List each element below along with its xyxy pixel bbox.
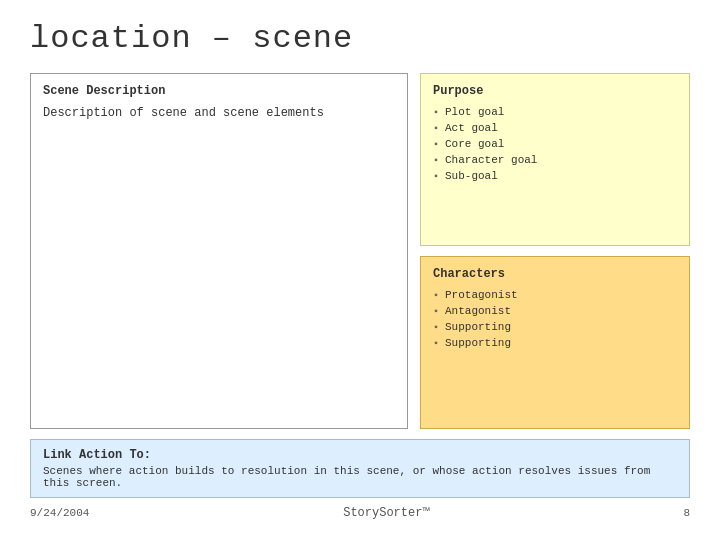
characters-list: ▪ Protagonist ▪ Antagonist ▪ Supporting … <box>433 289 677 349</box>
bullet-icon: ▪ <box>433 107 439 118</box>
page: location – scene Scene Description Descr… <box>0 0 720 540</box>
purpose-item-5: Sub-goal <box>445 170 498 182</box>
character-item-1: Protagonist <box>445 289 518 301</box>
footer: 9/24/2004 StorySorter™ 8 <box>30 506 690 520</box>
characters-box: Characters ▪ Protagonist ▪ Antagonist ▪ … <box>420 256 690 429</box>
list-item: ▪ Plot goal <box>433 106 677 118</box>
footer-date: 9/24/2004 <box>30 507 89 519</box>
list-item: ▪ Antagonist <box>433 305 677 317</box>
list-item: ▪ Supporting <box>433 321 677 333</box>
list-item: ▪ Act goal <box>433 122 677 134</box>
list-item: ▪ Sub-goal <box>433 170 677 182</box>
purpose-box: Purpose ▪ Plot goal ▪ Act goal ▪ Core go… <box>420 73 690 246</box>
characters-title: Characters <box>433 267 677 281</box>
bullet-icon: ▪ <box>433 306 439 317</box>
character-item-3: Supporting <box>445 321 511 333</box>
bullet-icon: ▪ <box>433 171 439 182</box>
list-item: ▪ Protagonist <box>433 289 677 301</box>
purpose-title: Purpose <box>433 84 677 98</box>
list-item: ▪ Character goal <box>433 154 677 166</box>
character-item-4: Supporting <box>445 337 511 349</box>
bullet-icon: ▪ <box>433 290 439 301</box>
footer-brand: StorySorter™ <box>343 506 429 520</box>
bullet-icon: ▪ <box>433 123 439 134</box>
link-action-bar: Link Action To: Scenes where action buil… <box>30 439 690 498</box>
scene-description-text: Description of scene and scene elements <box>43 106 395 120</box>
purpose-item-3: Core goal <box>445 138 504 150</box>
left-panel: Scene Description Description of scene a… <box>30 73 408 429</box>
link-action-title: Link Action To: <box>43 448 677 462</box>
list-item: ▪ Supporting <box>433 337 677 349</box>
bullet-icon: ▪ <box>433 338 439 349</box>
right-panel: Purpose ▪ Plot goal ▪ Act goal ▪ Core go… <box>420 73 690 429</box>
footer-page-number: 8 <box>683 507 690 519</box>
purpose-item-4: Character goal <box>445 154 537 166</box>
page-title: location – scene <box>30 20 690 57</box>
bullet-icon: ▪ <box>433 155 439 166</box>
character-item-2: Antagonist <box>445 305 511 317</box>
bullet-icon: ▪ <box>433 139 439 150</box>
list-item: ▪ Core goal <box>433 138 677 150</box>
main-content: Scene Description Description of scene a… <box>30 73 690 429</box>
bullet-icon: ▪ <box>433 322 439 333</box>
scene-description-title: Scene Description <box>43 84 395 98</box>
purpose-item-2: Act goal <box>445 122 498 134</box>
link-action-description: Scenes where action builds to resolution… <box>43 465 677 489</box>
purpose-list: ▪ Plot goal ▪ Act goal ▪ Core goal ▪ Cha… <box>433 106 677 182</box>
purpose-item-1: Plot goal <box>445 106 504 118</box>
